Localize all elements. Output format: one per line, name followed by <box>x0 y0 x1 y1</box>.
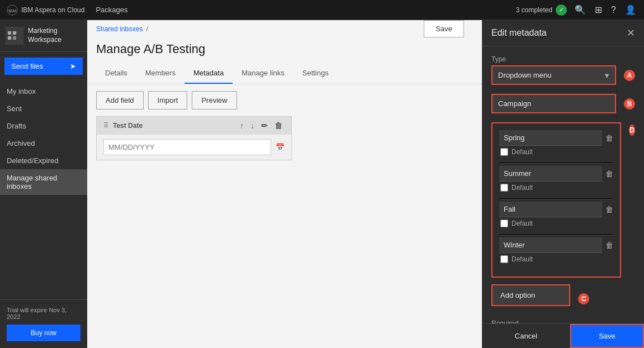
close-icon[interactable]: ✕ <box>627 27 635 39</box>
option-summer-delete-icon[interactable]: 🗑 <box>605 169 613 178</box>
preview-button[interactable]: Preview <box>192 91 236 109</box>
option-item-winter: 🗑 Default <box>499 237 613 263</box>
tab-members[interactable]: Members <box>136 63 184 84</box>
page-title: Manage A/B Testing <box>87 37 482 63</box>
field-header: ⠿ Test Date ↑ ↓ ✏ 🗑 <box>97 117 291 135</box>
option-winter-default-row: Default <box>499 255 613 263</box>
completed-badge: ✓ <box>556 4 567 16</box>
svg-rect-2 <box>6 27 23 45</box>
option-fall-delete-icon[interactable]: 🗑 <box>605 205 613 214</box>
option-winter-input-row: 🗑 <box>499 237 613 253</box>
completed-area: 3 completed ✓ <box>516 4 567 16</box>
annotation-a: A <box>624 70 635 81</box>
label-form-group: B <box>491 94 635 113</box>
topbar-right: 3 completed ✓ 🔍 ⊞ ? 👤 <box>516 3 637 16</box>
sidebar-item-drafts[interactable]: Drafts <box>0 117 87 135</box>
field-drag-handle[interactable]: ⠿ <box>103 122 108 130</box>
option-item-fall: 🗑 Default <box>499 202 613 227</box>
tabs: Details Members Metadata Manage links Se… <box>87 63 482 84</box>
option-summer-checkbox[interactable] <box>500 184 508 192</box>
option-fall-checkbox[interactable] <box>500 220 508 227</box>
send-arrow-icon: ➤ <box>70 62 76 70</box>
options-section: 🗑 Default 🗑 <box>491 122 621 278</box>
sidebar-item-sent[interactable]: Sent <box>0 100 87 117</box>
panel-title: Edit metadata <box>491 28 547 38</box>
svg-rect-6 <box>13 36 16 40</box>
main-layout: Marketing Workspace Send files ➤ My inbo… <box>0 20 644 348</box>
topbar-nav: Packages <box>96 6 127 14</box>
brand-name: IBM Aspera on Cloud <box>21 6 84 14</box>
breadcrumb-link[interactable]: Shared inboxes <box>96 25 143 33</box>
move-up-icon[interactable]: ↑ <box>238 120 246 131</box>
brand-area: IBM IBM Aspera on Cloud <box>7 4 84 16</box>
option-summer-default-row: Default <box>499 184 613 192</box>
field-input-row: 📅 <box>97 135 291 160</box>
topbar: IBM IBM Aspera on Cloud Packages 3 compl… <box>0 0 644 20</box>
sidebar-item-manage-shared-inboxes[interactable]: Manage shared inboxes <box>0 169 87 195</box>
annotation-d: D <box>629 125 635 136</box>
type-select[interactable]: Dropdown menu <box>491 65 616 85</box>
move-down-icon[interactable]: ↓ <box>248 120 257 131</box>
sidebar-item-deleted-expired[interactable]: Deleted/Expired <box>0 152 87 169</box>
delete-field-icon[interactable]: 🗑 <box>272 120 285 131</box>
add-option-button[interactable]: Add option <box>491 284 570 306</box>
help-icon[interactable]: ? <box>610 4 617 16</box>
metadata-table: ⠿ Test Date ↑ ↓ ✏ 🗑 📅 <box>87 116 482 348</box>
option-spring-input-row: 🗑 <box>499 130 613 146</box>
date-input[interactable] <box>103 139 271 155</box>
save-button[interactable]: Save <box>570 324 644 348</box>
annotation-b: B <box>624 98 635 109</box>
content-save-button[interactable]: Save <box>424 20 464 37</box>
option-winter-delete-icon[interactable]: 🗑 <box>605 241 613 250</box>
tab-details[interactable]: Details <box>96 63 136 84</box>
field-header-actions: ↑ ↓ ✏ 🗑 <box>238 120 285 131</box>
toolbar: Add field Import Preview <box>87 84 482 116</box>
field-name: Test Date <box>113 122 143 130</box>
type-select-wrapper: Dropdown menu ▼ <box>491 65 616 85</box>
option-winter-checkbox[interactable] <box>500 255 508 263</box>
buy-now-button[interactable]: Buy now <box>7 325 80 341</box>
workspace-logo <box>6 27 23 45</box>
right-panel: Edit metadata ✕ Type Dropdown menu ▼ A <box>482 20 644 348</box>
tab-metadata[interactable]: Metadata <box>184 63 233 84</box>
option-spring-default-row: Default <box>499 148 613 156</box>
option-summer-default-label: Default <box>512 184 533 192</box>
panel-body: Type Dropdown menu ▼ A B <box>482 46 644 323</box>
send-files-button[interactable]: Send files ➤ <box>4 58 83 75</box>
ibm-aspera-icon: IBM <box>7 4 18 16</box>
search-icon[interactable]: 🔍 <box>574 3 587 16</box>
breadcrumb-separator: / <box>146 25 148 33</box>
cancel-button[interactable]: Cancel <box>482 324 570 348</box>
option-spring-checkbox[interactable] <box>500 148 508 156</box>
breadcrumb: Shared inboxes / <box>87 21 157 37</box>
panel-header: Edit metadata ✕ <box>482 20 644 46</box>
add-field-button[interactable]: Add field <box>96 91 144 109</box>
option-fall-default-row: Default <box>499 220 613 227</box>
completed-text: 3 completed <box>516 6 552 14</box>
packages-nav[interactable]: Packages <box>96 6 127 14</box>
edit-field-icon[interactable]: ✏ <box>259 120 270 131</box>
option-spring-delete-icon[interactable]: 🗑 <box>605 134 613 142</box>
trial-text: Trial will expire Nov 3, 2022 <box>7 307 80 320</box>
panel-footer: Cancel Save E <box>482 323 644 348</box>
option-summer-input[interactable] <box>499 166 602 182</box>
user-icon[interactable]: 👤 <box>624 3 637 16</box>
required-section: Required Off <box>491 320 635 323</box>
grid-icon[interactable]: ⊞ <box>594 3 603 16</box>
tab-settings[interactable]: Settings <box>293 63 338 84</box>
sidebar-item-my-inbox[interactable]: My inbox <box>0 83 87 100</box>
calendar-icon[interactable]: 📅 <box>276 143 285 151</box>
svg-rect-5 <box>8 36 11 40</box>
label-input[interactable] <box>491 94 616 113</box>
option-winter-input[interactable] <box>499 237 602 253</box>
svg-text:IBM: IBM <box>8 8 17 13</box>
sidebar-item-archived[interactable]: Archived <box>0 135 87 152</box>
option-spring-input[interactable] <box>499 130 602 146</box>
content-save-area: Save <box>415 20 473 37</box>
tab-manage-links[interactable]: Manage links <box>233 63 293 84</box>
option-item-spring: 🗑 Default <box>499 130 613 156</box>
option-fall-input[interactable] <box>499 202 602 217</box>
import-button[interactable]: Import <box>148 91 188 109</box>
sidebar-logo-area: Marketing Workspace <box>0 20 87 52</box>
option-item-summer: 🗑 Default <box>499 166 613 192</box>
